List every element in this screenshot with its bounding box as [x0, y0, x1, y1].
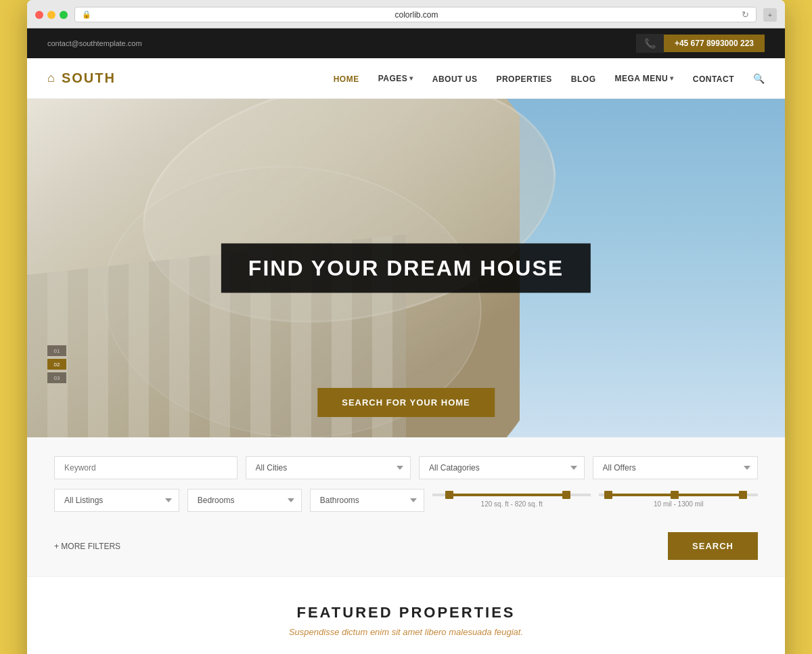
maximize-button[interactable] — [60, 11, 68, 19]
sqft-range-container: 120 sq. ft - 820 sq. ft — [432, 494, 591, 508]
website-content: contact@southtemplate.com 📞 +45 677 8993… — [27, 28, 785, 654]
nav-link-blog[interactable]: BLOG — [571, 74, 596, 84]
top-bar: contact@southtemplate.com 📞 +45 677 8993… — [27, 28, 785, 58]
nav-links: HOME PAGES ABOUT US PROPERTIES BLOG MEGA… — [334, 72, 765, 85]
search-row-2: All Listings Bedrooms Bathrooms 120 sq. … — [54, 489, 758, 512]
search-icon[interactable]: 🔍 — [753, 73, 765, 84]
hero-title: FIND YOUR DREAM HOUSE — [248, 256, 564, 281]
sqft-range-track — [432, 494, 591, 496]
price-handle-right[interactable] — [739, 491, 747, 499]
phone-icon-box: 📞 — [636, 34, 664, 53]
featured-subtitle: Suspendisse dictum enim sit amet libero … — [47, 627, 765, 637]
nav-item-contact[interactable]: CONTACT — [693, 72, 734, 85]
search-cta-button[interactable]: SEARCH FOR YOUR HOME — [317, 388, 495, 417]
offers-select[interactable]: All Offers — [593, 456, 758, 479]
search-bottom-row: + MORE FILTERS SEARCH — [54, 521, 758, 560]
search-section: All Cities All Catagories All Offers All… — [27, 437, 785, 577]
nav-item-home[interactable]: HOME — [334, 72, 359, 85]
nav-link-about[interactable]: ABOUT US — [432, 74, 478, 84]
address-bar[interactable]: 🔒 colorlib.com ↻ — [74, 7, 757, 22]
phone-icon: 📞 — [644, 38, 656, 49]
search-button[interactable]: SEARCH — [668, 532, 758, 560]
search-row-1: All Cities All Catagories All Offers — [54, 456, 758, 479]
bedrooms-select[interactable]: Bedrooms — [187, 489, 302, 512]
nav-item-properties[interactable]: PROPERTIES — [496, 72, 551, 85]
hero-title-box: FIND YOUR DREAM HOUSE — [221, 244, 591, 293]
categories-select[interactable]: All Catagories — [419, 456, 584, 479]
nav-item-blog[interactable]: BLOG — [571, 72, 596, 85]
more-filters-link[interactable]: + MORE FILTERS — [54, 542, 120, 551]
price-range-track — [599, 494, 758, 496]
keyword-input[interactable] — [54, 456, 238, 479]
price-range-label: 10 mil - 1300 mil — [599, 500, 758, 508]
traffic-lights — [35, 11, 68, 19]
top-bar-right: 📞 +45 677 8993000 223 — [636, 34, 765, 53]
nav-link-mega-menu[interactable]: MEGA MENU — [614, 74, 673, 83]
nav-link-properties[interactable]: PROPERTIES — [496, 74, 551, 84]
price-handle-middle[interactable] — [671, 491, 679, 499]
logo-text: SOUTH — [62, 70, 116, 86]
nav-item-pages[interactable]: PAGES — [378, 74, 413, 83]
price-range-container: 10 mil - 1300 mil — [599, 494, 758, 508]
logo-icon: ⌂ — [47, 71, 56, 85]
reload-icon[interactable]: ↻ — [742, 9, 749, 20]
slide-3[interactable]: 03 — [47, 372, 66, 383]
listings-select[interactable]: All Listings — [54, 489, 179, 512]
price-handle-left[interactable] — [604, 491, 612, 499]
nav-link-pages[interactable]: PAGES — [378, 74, 413, 83]
contact-email: contact@southtemplate.com — [47, 39, 142, 47]
featured-section: FEATURED PROPERTIES Suspendisse dictum e… — [27, 577, 785, 654]
nav-link-contact[interactable]: CONTACT — [693, 74, 734, 84]
hero-section: 01 02 03 FIND YOUR DREAM HOUSE SEARCH FO… — [27, 99, 785, 437]
nav-item-about[interactable]: ABOUT US — [432, 72, 478, 85]
sqft-range-label: 120 sq. ft - 820 sq. ft — [432, 500, 591, 508]
slide-1[interactable]: 01 — [47, 345, 66, 356]
cities-select[interactable]: All Cities — [246, 456, 411, 479]
slide-2[interactable]: 02 — [47, 359, 66, 370]
nav-item-mega-menu[interactable]: MEGA MENU — [614, 74, 673, 83]
sqft-handle-left[interactable] — [445, 491, 453, 499]
slide-indicators: 01 02 03 — [47, 345, 66, 383]
browser-chrome: 🔒 colorlib.com ↻ + — [27, 0, 785, 28]
sqft-range-fill — [448, 494, 567, 496]
logo[interactable]: ⌂ SOUTH — [47, 70, 116, 86]
close-button[interactable] — [35, 11, 43, 19]
nav-search[interactable]: 🔍 — [753, 72, 765, 85]
sqft-handle-right[interactable] — [562, 491, 570, 499]
bathrooms-select[interactable]: Bathrooms — [310, 489, 424, 512]
lock-icon: 🔒 — [82, 10, 91, 19]
phone-number: +45 677 8993000 223 — [664, 35, 765, 52]
url-text: colorlib.com — [95, 10, 738, 20]
minimize-button[interactable] — [47, 11, 55, 19]
navbar: ⌂ SOUTH HOME PAGES ABOUT US PROPERTIES B… — [27, 58, 785, 99]
new-tab-button[interactable]: + — [763, 8, 777, 22]
featured-title: FEATURED PROPERTIES — [47, 604, 765, 622]
nav-link-home[interactable]: HOME — [334, 74, 359, 84]
